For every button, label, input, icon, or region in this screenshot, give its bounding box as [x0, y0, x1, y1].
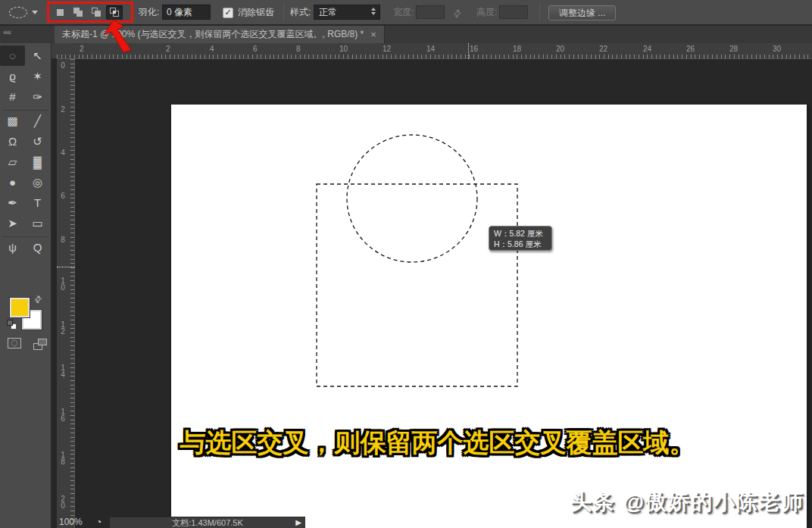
height-input[interactable] — [499, 5, 528, 19]
quick-mask-icon[interactable] — [8, 338, 21, 348]
brush-tool[interactable]: ╱ — [25, 111, 50, 131]
ruler-tick-label: 4 — [210, 45, 214, 53]
annotation-highlight-box — [47, 2, 133, 23]
feather-input[interactable] — [162, 5, 211, 20]
ruler-tick-label: 28 — [729, 45, 738, 53]
collapse-panels-icon[interactable]: «« — [3, 27, 11, 36]
ruler-tick-label: 6 — [59, 192, 67, 199]
gradient-tool[interactable]: ▓ — [25, 152, 50, 172]
zoom-level[interactable]: 100% — [59, 517, 83, 527]
ruler-tick-label: 10 — [339, 45, 348, 53]
lasso-tool-icon: ϱ — [9, 70, 16, 82]
document-tab[interactable]: 未标题-1 @ 100% (与选区交叉，则保留两个选区交叉覆盖区域。, RGB/… — [55, 26, 385, 43]
move-tool-icon: ↖ — [33, 50, 42, 61]
eyedropper-tool-icon: ✑ — [33, 91, 42, 102]
blur-tool[interactable]: ● — [0, 172, 25, 192]
ruler-tick-label: 16 — [470, 45, 478, 53]
eyedropper-tool[interactable]: ✑ — [25, 86, 50, 107]
antialias-label: 消除锯齿 — [238, 6, 274, 19]
magic-wand-tool[interactable]: ✶ — [25, 66, 50, 86]
path-selection-tool[interactable]: ➤ — [0, 213, 25, 233]
ruler-tick-label: 1 8 — [59, 451, 67, 465]
photoshop-window: 羽化: ✓ 消除锯齿 样式: 正常 宽度: ⇄ 高度: 调整边缘 ... «« … — [0, 0, 812, 528]
tool-preset-picker[interactable] — [9, 0, 38, 25]
healing-brush-tool-icon: ▩ — [7, 115, 17, 127]
left-ruler[interactable]: 024681 01 21 41 61 82 0 — [57, 59, 75, 528]
swap-colors-icon[interactable]: ⇄ — [32, 292, 45, 305]
hand-tool[interactable]: ψ — [0, 237, 25, 258]
ruler-tick-label: 18 — [513, 45, 521, 53]
tooltip-width-value: W：5.82 厘米 — [494, 228, 547, 239]
width-input[interactable] — [416, 5, 445, 19]
eraser-tool[interactable]: ▱ — [0, 152, 25, 172]
ellipse-marquee-preset-icon — [9, 7, 27, 18]
height-label: 高度: — [476, 6, 497, 19]
ruler-tick-label: 0 — [123, 45, 127, 53]
ruler-tick-label: 4 — [59, 149, 67, 156]
healing-brush-tool[interactable]: ▩ — [0, 111, 25, 131]
ruler-tick-label: 30 — [773, 45, 781, 53]
document-tab-bar: «« 未标题-1 @ 100% (与选区交叉，则保留两个选区交叉覆盖区域。, R… — [0, 26, 812, 43]
crop-tool[interactable]: # — [0, 86, 25, 107]
shape-tool[interactable]: ▭ — [25, 213, 50, 233]
ellipse-marquee-tool[interactable]: ◌ — [0, 45, 25, 66]
stepper-icon — [371, 8, 376, 15]
lasso-tool[interactable]: ϱ — [0, 66, 25, 86]
ruler-tick-label: 12 — [383, 45, 391, 53]
zoom-tool[interactable]: Q — [25, 237, 50, 258]
ruler-cursor-indicator-y — [57, 267, 75, 267]
eraser-tool-icon: ▱ — [8, 156, 17, 167]
pen-tool[interactable]: ✒ — [0, 192, 25, 213]
ruler-cursor-indicator-x — [468, 43, 469, 59]
screen-mode-icon[interactable] — [33, 339, 47, 350]
tooltip-height-value: H：5.86 厘米 — [494, 239, 547, 249]
ruler-tick-label: 26 — [686, 45, 695, 53]
swap-dimensions-icon[interactable]: ⇄ — [450, 6, 464, 20]
width-label: 宽度: — [393, 6, 414, 19]
path-selection-tool-icon: ➤ — [8, 217, 17, 229]
options-separator — [539, 3, 540, 22]
ruler-tick-label: 24 — [643, 45, 651, 53]
refine-edge-button[interactable]: 调整边缘 ... — [548, 5, 616, 20]
style-dropdown[interactable]: 正常 — [314, 5, 380, 20]
history-brush-tool[interactable]: ↺ — [25, 131, 50, 152]
clone-stamp-tool[interactable]: Ω — [0, 131, 25, 152]
ruler-tick-label: 22 — [599, 45, 607, 53]
ruler-tick-label: 0 — [59, 62, 67, 69]
ruler-tick-label: 1 4 — [59, 364, 67, 378]
brush-tool-icon: ╱ — [34, 115, 41, 127]
ruler-tick-label: 1 6 — [59, 408, 67, 422]
ruler-tick-label: 2 — [166, 45, 170, 53]
close-tab-icon[interactable]: × — [370, 30, 376, 39]
zoom-tool-icon: Q — [33, 242, 42, 253]
ruler-tick-label: 2 — [59, 106, 67, 113]
ruler-tick-label: 8 — [296, 45, 301, 53]
size-tooltip: W：5.82 厘米 H：5.86 厘米 — [489, 226, 552, 251]
tutorial-caption: 与选区交叉，则保留两个选区交叉覆盖区域。 — [120, 426, 755, 461]
document-info-bar[interactable]: 文档:1.43M/607.5K ▶ — [110, 517, 305, 528]
options-separator — [283, 3, 284, 22]
dodge-tool[interactable]: ◎ — [25, 172, 50, 192]
default-colors-icon[interactable] — [7, 320, 17, 330]
document-canvas[interactable] — [171, 105, 807, 528]
top-ruler[interactable]: 2024681012141618202224262830 — [57, 43, 812, 59]
document-size-info: 文档:1.43M/607.5K — [172, 517, 243, 528]
move-tool[interactable]: ↖ — [25, 45, 50, 66]
ruler-tick-label: 2 — [80, 45, 84, 53]
ruler-tick-label: 1 0 — [59, 277, 67, 291]
ruler-tick-label: 20 — [556, 45, 564, 53]
gradient-tool-icon: ▓ — [33, 156, 42, 167]
status-popup-arrow-icon[interactable]: ▶ — [295, 518, 301, 526]
magic-wand-tool-icon: ✶ — [33, 70, 42, 82]
type-tool[interactable]: T — [25, 192, 50, 213]
shape-tool-icon: ▭ — [32, 217, 42, 229]
antialias-checkbox[interactable]: ✓ — [223, 8, 233, 18]
crop-tool-icon: # — [9, 91, 15, 102]
foreground-color-swatch[interactable] — [10, 298, 30, 317]
author-watermark: 头条 @傲娇的小陈老师 — [570, 488, 804, 517]
blur-tool-icon: ● — [9, 177, 16, 188]
pen-tool-icon: ✒ — [8, 197, 17, 208]
ruler-tick-label: 14 — [426, 45, 435, 53]
dodge-tool-icon: ◎ — [33, 177, 42, 188]
clone-stamp-tool-icon: Ω — [8, 136, 17, 147]
